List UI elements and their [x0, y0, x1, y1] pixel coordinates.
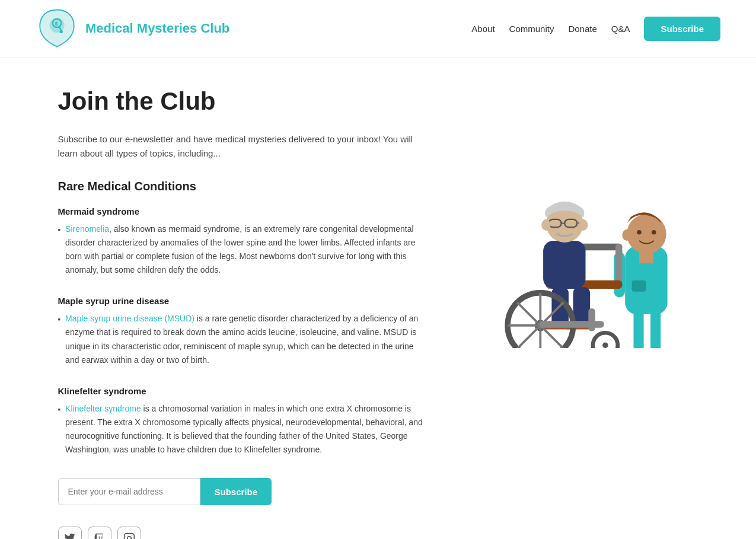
nav-community[interactable]: Community	[509, 24, 554, 34]
condition-item: ▪Klinefelter syndrome is a chromosomal v…	[58, 402, 426, 457]
svg-rect-18	[639, 252, 653, 263]
page-title: Join the Club	[58, 87, 426, 116]
logo-area: $ Medical Mysteries Club	[36, 7, 229, 50]
conditions-list: Mermaid syndrome▪Sirenomelia, also known…	[58, 206, 426, 457]
svg-rect-26	[573, 287, 590, 327]
svg-point-3	[60, 30, 63, 33]
condition-item: ▪Maple syrup urine disease (MSUD) is a r…	[58, 312, 426, 366]
condition-block: Mermaid syndrome▪Sirenomelia, also known…	[58, 206, 426, 277]
svg-rect-22	[615, 244, 622, 283]
instagram-icon	[123, 532, 135, 539]
intro-text: Subscribe to our e-newsletter and have m…	[58, 132, 426, 161]
illustration-area	[461, 87, 698, 539]
twitch-button[interactable]	[88, 527, 111, 539]
twitter-button[interactable]	[58, 527, 82, 539]
illustration	[461, 111, 698, 348]
condition-link[interactable]: Klinefelter syndrome	[65, 404, 141, 413]
svg-point-7	[131, 535, 132, 536]
section-heading: Rare Medical Conditions	[58, 180, 426, 193]
bullet-icon: ▪	[58, 224, 61, 277]
condition-block: Klinefelter syndrome▪Klinefelter syndrom…	[58, 386, 426, 457]
svg-rect-29	[543, 241, 585, 289]
condition-text: Klinefelter syndrome is a chromosomal va…	[65, 402, 425, 457]
main-content: Join the Club Subscribe to our e-newslet…	[58, 87, 426, 539]
logo-icon: $	[36, 7, 78, 50]
svg-point-16	[651, 230, 656, 235]
svg-point-15	[637, 230, 642, 235]
nav-about[interactable]: About	[471, 24, 495, 34]
main-nav: About Community Donate Q&A Subscribe	[471, 17, 720, 41]
nav-donate[interactable]: Donate	[568, 24, 596, 34]
bullet-icon: ▪	[58, 313, 61, 366]
condition-text: Maple syrup urine disease (MSUD) is a ra…	[65, 312, 425, 366]
condition-block: Maple syrup urine disease▪Maple syrup ur…	[58, 296, 426, 366]
condition-link[interactable]: Maple syrup urine disease (MSUD)	[65, 314, 194, 323]
svg-point-36	[541, 219, 550, 231]
twitter-icon	[64, 532, 76, 539]
svg-rect-8	[633, 308, 643, 348]
email-input[interactable]	[58, 478, 200, 505]
bullet-icon: ▪	[58, 403, 61, 457]
svg-point-14	[627, 214, 666, 254]
site-title: Medical Mysteries Club	[85, 21, 229, 36]
condition-name: Maple syrup urine disease	[58, 296, 426, 306]
twitch-icon	[94, 532, 106, 539]
email-form: Subscribe	[58, 478, 426, 505]
nav-qa[interactable]: Q&A	[611, 24, 630, 34]
nav-subscribe-button[interactable]: Subscribe	[644, 17, 720, 41]
svg-rect-47	[588, 308, 595, 331]
condition-link[interactable]: Sirenomelia	[65, 224, 109, 234]
svg-point-17	[622, 229, 631, 241]
svg-text:$: $	[55, 20, 58, 27]
condition-name: Mermaid syndrome	[58, 206, 426, 216]
condition-item: ▪Sirenomelia, also known as mermaid synd…	[58, 222, 426, 277]
svg-point-45	[602, 342, 608, 348]
condition-name: Klinefelter syndrome	[58, 386, 426, 396]
svg-rect-19	[631, 280, 646, 292]
condition-text: Sirenomelia, also known as mermaid syndr…	[65, 222, 425, 277]
instagram-button[interactable]	[117, 527, 141, 539]
social-icons	[58, 527, 426, 539]
svg-point-6	[127, 537, 131, 539]
email-subscribe-button[interactable]: Subscribe	[200, 478, 272, 505]
svg-point-37	[579, 219, 588, 231]
